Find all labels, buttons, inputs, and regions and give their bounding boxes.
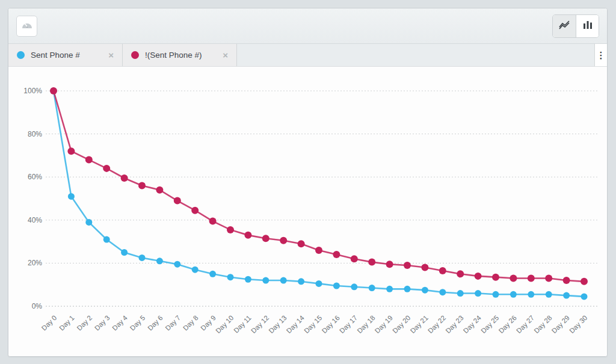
- svg-text:Day 22: Day 22: [427, 314, 447, 335]
- svg-text:Day 20: Day 20: [391, 314, 411, 335]
- tab-row-spacer: [237, 44, 594, 66]
- series-color-dot: [17, 51, 25, 59]
- svg-text:40%: 40%: [28, 216, 42, 224]
- kebab-icon: ⋮: [597, 50, 606, 61]
- line-chart-icon: [558, 19, 571, 32]
- svg-text:Day 29: Day 29: [550, 314, 571, 335]
- svg-text:100%: 100%: [23, 87, 42, 95]
- svg-text:Day 19: Day 19: [374, 314, 394, 335]
- line-chart-view-button[interactable]: [553, 15, 576, 37]
- overflow-menu-button[interactable]: ⋮: [594, 44, 607, 66]
- close-icon[interactable]: ×: [103, 51, 114, 60]
- svg-text:Day 7: Day 7: [164, 314, 182, 332]
- retention-line-chart: 100%80%60%40%20%0%Day 0Day 1Day 2Day 3Da…: [8, 67, 607, 357]
- gauge-icon: [21, 20, 33, 32]
- svg-text:Day 1: Day 1: [58, 314, 76, 332]
- chart-toolbar: [8, 8, 607, 44]
- bar-chart-view-button[interactable]: [576, 15, 599, 37]
- svg-text:Day 14: Day 14: [285, 314, 306, 335]
- svg-text:Day 25: Day 25: [479, 314, 500, 335]
- svg-text:Day 28: Day 28: [532, 314, 553, 335]
- svg-text:Day 11: Day 11: [232, 314, 253, 335]
- svg-text:Day 17: Day 17: [338, 314, 359, 335]
- svg-text:Day 5: Day 5: [129, 314, 147, 332]
- svg-text:Day 30: Day 30: [568, 314, 588, 335]
- tab-sent-phone[interactable]: Sent Phone # ×: [8, 44, 123, 66]
- svg-text:Day 13: Day 13: [267, 314, 288, 335]
- svg-text:Day 6: Day 6: [146, 314, 164, 332]
- chart-area: 100%80%60%40%20%0%Day 0Day 1Day 2Day 3Da…: [8, 67, 607, 357]
- svg-text:Day 26: Day 26: [497, 314, 518, 335]
- svg-text:Day 15: Day 15: [303, 314, 323, 335]
- svg-text:Day 8: Day 8: [182, 314, 200, 332]
- svg-text:Day 12: Day 12: [250, 314, 270, 335]
- tab-label: !(Sent Phone #): [145, 51, 218, 60]
- svg-text:20%: 20%: [28, 259, 42, 267]
- tab-not-sent-phone[interactable]: !(Sent Phone #) ×: [123, 44, 237, 66]
- tab-label: Sent Phone #: [31, 51, 103, 60]
- svg-text:Day 16: Day 16: [321, 314, 341, 335]
- dashboard-button[interactable]: [16, 16, 37, 37]
- svg-text:60%: 60%: [28, 173, 42, 181]
- svg-text:Day 21: Day 21: [409, 314, 430, 335]
- svg-text:Day 23: Day 23: [444, 314, 464, 335]
- series-color-dot: [131, 51, 139, 59]
- svg-text:Day 3: Day 3: [93, 314, 111, 332]
- svg-text:Day 4: Day 4: [111, 314, 129, 332]
- svg-text:Day 27: Day 27: [515, 314, 535, 335]
- svg-text:Day 0: Day 0: [40, 314, 58, 332]
- analytics-panel: Sent Phone # × !(Sent Phone #) × ⋮ 100%8…: [8, 8, 608, 357]
- svg-text:Day 18: Day 18: [356, 314, 376, 335]
- chart-type-toggle: [552, 14, 599, 38]
- svg-text:0%: 0%: [32, 302, 43, 310]
- series-tab-row: Sent Phone # × !(Sent Phone #) × ⋮: [8, 44, 607, 67]
- svg-text:Day 10: Day 10: [214, 314, 235, 335]
- svg-text:80%: 80%: [28, 130, 42, 138]
- close-icon[interactable]: ×: [218, 51, 228, 60]
- bar-chart-icon: [582, 19, 593, 32]
- svg-text:Day 24: Day 24: [462, 314, 483, 335]
- svg-text:Day 2: Day 2: [75, 314, 93, 332]
